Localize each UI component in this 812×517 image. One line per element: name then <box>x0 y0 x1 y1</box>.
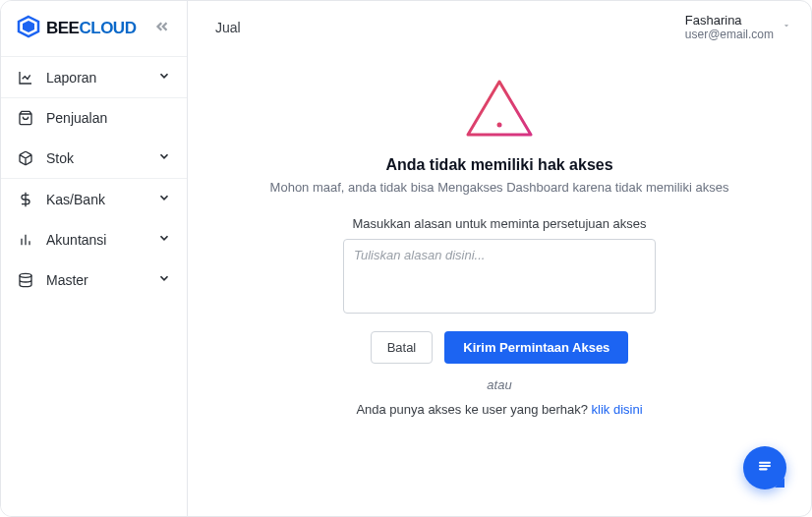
collapse-sidebar-button[interactable] <box>153 18 171 39</box>
svg-marker-1 <box>23 21 34 32</box>
chevron-down-icon <box>157 149 171 166</box>
sidebar-item-label: Laporan <box>46 70 96 86</box>
sidebar-item-stok[interactable]: Stok <box>1 138 187 178</box>
sidebar-header: BEECLOUD <box>1 1 187 56</box>
logo-icon <box>17 15 40 42</box>
sidebar-item-akuntansi[interactable]: Akuntansi <box>1 219 187 259</box>
sidebar-item-label: Akuntansi <box>46 232 106 248</box>
access-subtitle: Mohon maaf, anda tidak bisa Mengakses Da… <box>270 180 729 195</box>
box-icon <box>17 150 34 166</box>
main: Jual Fasharina user@email.com Anda tidak… <box>188 1 811 516</box>
reason-label: Masukkan alasan untuk meminta persetujua… <box>352 216 646 231</box>
submit-button[interactable]: Kirim Permintaan Akses <box>444 331 628 364</box>
user-menu[interactable]: Fasharina user@email.com <box>685 13 791 41</box>
chevron-down-icon <box>157 231 171 248</box>
page-title: Jual <box>215 20 241 35</box>
logo[interactable]: BEECLOUD <box>17 15 136 42</box>
chevron-down-icon <box>782 17 791 34</box>
or-divider: atau <box>487 377 511 392</box>
topbar: Jual Fasharina user@email.com <box>188 1 811 50</box>
sidebar-item-master[interactable]: Master <box>1 259 187 300</box>
chat-icon <box>755 456 775 480</box>
access-title: Anda tidak memiliki hak akses <box>385 156 612 174</box>
database-icon <box>17 272 34 288</box>
chevron-down-icon <box>157 191 171 207</box>
sidebar-item-label: Master <box>46 272 88 288</box>
sidebar-item-penjualan[interactable]: Penjualan <box>1 98 187 138</box>
sidebar-item-laporan[interactable]: Laporan <box>1 57 187 97</box>
sidebar-item-label: Stok <box>46 150 74 166</box>
chevron-down-icon <box>157 69 171 86</box>
sidebar-item-kas-bank[interactable]: Kas/Bank <box>1 179 187 219</box>
user-name: Fasharina <box>685 13 774 28</box>
button-row: Batal Kirim Permintaan Akses <box>371 331 629 364</box>
sidebar-item-label: Kas/Bank <box>46 192 105 207</box>
chevron-down-icon <box>157 271 171 288</box>
alt-access-text: Anda punya akses ke user yang berhak? kl… <box>356 402 642 417</box>
alt-access-link[interactable]: klik disini <box>592 402 643 417</box>
dollar-icon <box>17 192 34 207</box>
sidebar-item-label: Penjualan <box>46 110 107 126</box>
logo-text: BEECLOUD <box>46 19 136 38</box>
bar-chart-icon <box>17 232 34 248</box>
shopping-bag-icon <box>17 110 34 126</box>
svg-point-4 <box>497 123 502 128</box>
reason-input[interactable] <box>343 239 656 314</box>
chat-fab[interactable] <box>743 446 786 489</box>
cancel-button[interactable]: Batal <box>371 331 434 364</box>
chart-line-icon <box>17 70 34 86</box>
user-email: user@email.com <box>685 28 774 41</box>
svg-point-2 <box>20 273 31 277</box>
access-denied-panel: Anda tidak memiliki hak akses Mohon maaf… <box>188 50 811 516</box>
sidebar: BEECLOUD Laporan Penjualan Stok <box>1 1 188 516</box>
warning-icon <box>464 78 535 144</box>
